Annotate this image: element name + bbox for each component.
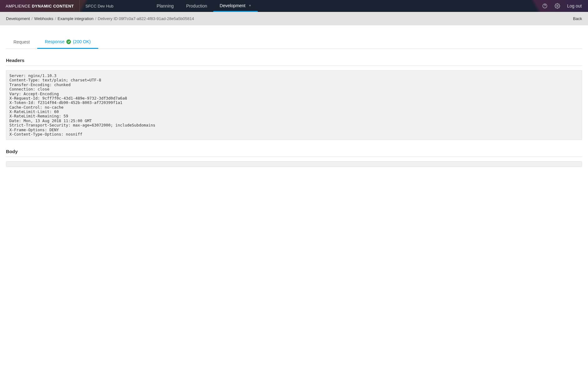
nav-production-label: Production — [186, 3, 207, 8]
content-area: Request Response (200 OK) Headers Server… — [0, 35, 588, 167]
help-icon[interactable] — [542, 3, 548, 9]
headers-section-title: Headers — [6, 58, 582, 66]
gear-icon[interactable] — [555, 3, 560, 9]
brand-logo[interactable]: AMPLIENCE DYNAMIC CONTENT — [0, 0, 80, 12]
main-nav: Planning Production Development ▼ — [150, 0, 258, 12]
nav-planning-label: Planning — [157, 3, 174, 8]
nav-development-label: Development — [220, 3, 246, 8]
svg-point-1 — [545, 7, 545, 7]
hub-name[interactable]: SFCC Dev Hub — [80, 0, 119, 12]
svg-point-2 — [557, 5, 558, 7]
breadcrumb-sep: / — [32, 16, 33, 21]
header-right: Log out — [542, 0, 588, 12]
nav-planning[interactable]: Planning — [150, 0, 180, 12]
brand-bold: DYNAMIC CONTENT — [32, 4, 74, 8]
breadcrumb-webhooks[interactable]: Webhooks — [34, 16, 53, 21]
back-link[interactable]: Back — [573, 16, 582, 21]
top-header: AMPLIENCE DYNAMIC CONTENT SFCC Dev Hub P… — [0, 0, 588, 12]
breadcrumb-bar: Development / Webhooks / Example integra… — [0, 12, 588, 25]
body-block[interactable] — [6, 161, 582, 167]
breadcrumb-sep: / — [95, 16, 96, 21]
headers-block[interactable]: Server: nginx/1.10.3 Content-Type: text/… — [6, 70, 582, 140]
nav-development[interactable]: Development ▼ — [213, 0, 257, 12]
check-icon — [66, 39, 71, 44]
breadcrumb-integration[interactable]: Example integration — [58, 16, 94, 21]
tabs: Request Response (200 OK) — [6, 35, 582, 49]
tab-request-label: Request — [13, 39, 30, 44]
breadcrumb-development[interactable]: Development — [6, 16, 30, 21]
logout-link[interactable]: Log out — [567, 3, 582, 8]
status-badge: (200 OK) — [73, 39, 91, 44]
chevron-down-icon: ▼ — [249, 4, 251, 7]
breadcrumb-sep: / — [55, 16, 56, 21]
tab-response-label: Response — [45, 39, 64, 44]
brand-thin: AMPLIENCE — [6, 4, 31, 8]
body-section-title: Body — [6, 149, 582, 157]
nav-production[interactable]: Production — [180, 0, 213, 12]
tab-request[interactable]: Request — [6, 35, 37, 49]
tab-response[interactable]: Response (200 OK) — [37, 35, 98, 49]
breadcrumb-current: Delivery ID 09f7c0a7-a822-4f83-91ad-28e5… — [98, 16, 194, 21]
